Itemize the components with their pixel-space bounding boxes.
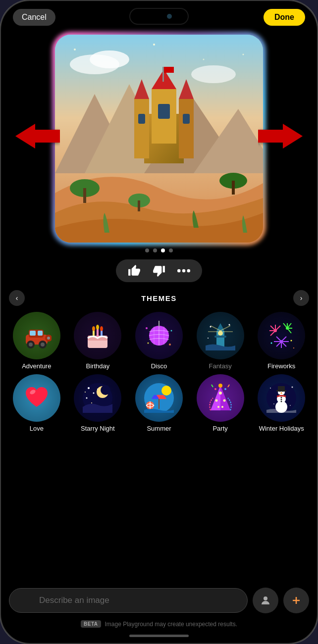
theme-item-starry-night[interactable]: Starry Night (68, 374, 128, 433)
home-indicator (129, 635, 189, 637)
svg-point-23 (203, 59, 205, 60)
svg-point-22 (153, 44, 155, 46)
svg-point-38 (29, 343, 33, 347)
theme-icon-love (13, 374, 60, 422)
cancel-button[interactable]: Cancel (13, 9, 55, 26)
svg-point-106 (161, 386, 171, 396)
svg-point-136 (270, 388, 271, 389)
add-button[interactable] (283, 588, 309, 613)
svg-point-111 (215, 399, 217, 401)
themes-section: ‹ THEMES › (1, 287, 317, 436)
theme-item-fireworks[interactable]: Fireworks (252, 312, 311, 370)
theme-label-fireworks: Fireworks (267, 362, 295, 370)
main-image (55, 35, 263, 243)
action-bar (1, 256, 317, 287)
svg-rect-15 (162, 67, 164, 82)
svg-rect-125 (276, 390, 286, 392)
theme-icon-party (197, 374, 244, 422)
person-button[interactable] (253, 588, 278, 613)
image-container (55, 35, 263, 243)
svg-point-129 (279, 394, 280, 395)
svg-line-84 (276, 342, 281, 347)
theme-item-winter-holidays[interactable]: Winter Holidays (252, 374, 311, 433)
svg-point-139 (290, 405, 291, 406)
camera-dot (167, 14, 172, 19)
theme-icon-summer (135, 374, 183, 422)
dot-3 (161, 248, 165, 252)
theme-item-birthday[interactable]: Birthday (68, 312, 128, 370)
svg-point-138 (273, 403, 274, 404)
svg-line-77 (270, 326, 275, 331)
svg-rect-41 (30, 331, 36, 336)
svg-line-118 (212, 385, 213, 387)
phone-frame: Cancel Done (0, 0, 318, 644)
svg-rect-25 (83, 188, 86, 203)
dot-4 (169, 248, 173, 252)
input-wrapper: Describe an image (9, 588, 248, 613)
svg-point-127 (282, 390, 284, 392)
beta-text: Image Playground may create unexpected r… (105, 621, 237, 628)
svg-line-79 (270, 331, 275, 336)
svg-rect-58 (159, 321, 159, 327)
svg-rect-19 (158, 104, 170, 119)
svg-point-115 (218, 384, 222, 388)
theme-icon-adventure (13, 312, 60, 359)
theme-label-party: Party (212, 425, 227, 433)
svg-point-52 (100, 326, 103, 331)
svg-line-75 (283, 323, 287, 328)
more-options-button[interactable] (175, 268, 192, 273)
svg-point-44 (47, 337, 50, 340)
svg-point-2 (90, 50, 129, 68)
svg-point-50 (92, 326, 95, 331)
themes-nav-right[interactable]: › (293, 290, 309, 306)
theme-item-love[interactable]: Love (7, 374, 66, 433)
svg-point-56 (147, 343, 149, 344)
svg-point-98 (93, 392, 95, 394)
svg-point-90 (291, 340, 292, 342)
svg-point-99 (86, 397, 88, 398)
image-section (1, 30, 317, 243)
svg-point-62 (218, 331, 223, 336)
svg-point-32 (177, 269, 181, 273)
done-button[interactable]: Done (264, 9, 305, 26)
dot-2 (153, 248, 157, 252)
themes-grid: Adventure (1, 312, 317, 432)
themes-title: THEMES (25, 294, 293, 302)
svg-rect-18 (183, 114, 190, 124)
svg-point-113 (217, 406, 219, 408)
svg-point-101 (97, 389, 98, 390)
top-bar: Cancel Done (1, 1, 317, 30)
themes-header: ‹ THEMES › (1, 290, 317, 312)
theme-label-love: Love (30, 425, 44, 433)
svg-line-73 (287, 328, 291, 333)
theme-item-party[interactable]: Party (191, 374, 250, 433)
svg-point-20 (74, 49, 76, 50)
theme-item-adventure[interactable]: Adventure (7, 312, 66, 370)
theme-item-summer[interactable]: Summer (129, 374, 189, 433)
svg-line-81 (275, 326, 280, 331)
svg-point-33 (182, 269, 186, 273)
svg-point-135 (281, 400, 282, 402)
svg-point-96 (101, 385, 110, 395)
svg-point-102 (85, 392, 86, 393)
svg-point-21 (243, 54, 244, 55)
svg-rect-10 (179, 99, 194, 158)
theme-item-disco[interactable]: Disco (129, 312, 189, 370)
describe-input[interactable]: Describe an image (9, 588, 248, 613)
svg-point-92 (293, 347, 294, 348)
themes-nav-left[interactable]: ‹ (9, 290, 25, 306)
svg-point-3 (191, 65, 236, 83)
beta-bar: BETA Image Playground may create unexpec… (9, 617, 309, 633)
svg-rect-17 (138, 114, 145, 124)
svg-rect-27 (232, 181, 235, 195)
theme-label-disco: Disco (151, 362, 167, 370)
svg-rect-16 (164, 67, 174, 73)
svg-point-54 (146, 327, 148, 329)
svg-line-71 (287, 323, 291, 328)
thumbs-down-button[interactable] (151, 264, 167, 277)
thumbs-up-button[interactable] (126, 264, 143, 277)
theme-item-fantasy[interactable]: Fantasy (191, 312, 250, 370)
theme-label-fantasy: Fantasy (209, 362, 231, 370)
theme-icon-starry-night (74, 374, 121, 422)
theme-icon-fantasy (197, 312, 244, 359)
